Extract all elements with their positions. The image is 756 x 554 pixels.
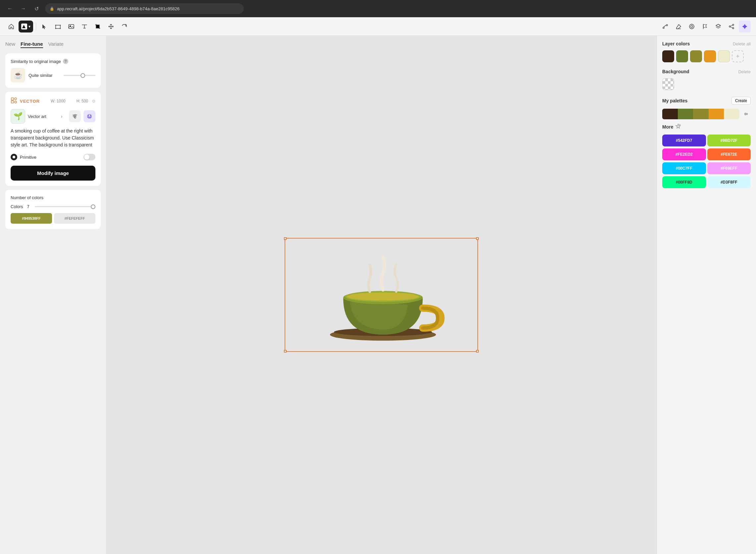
text-tool[interactable]: [78, 20, 91, 33]
tab-new[interactable]: New: [5, 41, 15, 48]
selection-tool[interactable]: [39, 20, 51, 33]
color-pair-2: #FE2ED2 #FE672E: [662, 149, 751, 160]
right-panel: Layer colors Delete all + Background Del…: [657, 36, 756, 554]
tab-variate[interactable]: Variate: [48, 41, 64, 48]
palette-seg-5: [724, 109, 740, 119]
ai-tool[interactable]: [739, 20, 751, 33]
rectangle-tool[interactable]: [52, 20, 64, 33]
svg-rect-19: [11, 98, 14, 100]
layer-swatch-1[interactable]: [662, 50, 674, 62]
layer-swatch-3[interactable]: [690, 50, 702, 62]
more-title: More: [662, 124, 673, 129]
similarity-value: Quite similar: [28, 73, 60, 78]
colors-slider[interactable]: [35, 206, 96, 207]
corner-br: [476, 350, 479, 352]
address-bar[interactable]: 🔒 app.recraft.ai/project/6da2b537-8649-4…: [45, 3, 244, 14]
color-pill-2b[interactable]: #FE672E: [707, 149, 751, 160]
logo-dropdown[interactable]: ▾: [18, 20, 33, 33]
add-color-button[interactable]: +: [732, 50, 744, 62]
vector-style-row: 🌱 Vector art ›: [11, 109, 96, 124]
my-palettes-header: My palettes Create: [662, 97, 751, 105]
help-icon[interactable]: ?: [63, 59, 68, 64]
similarity-slider-thumb: [80, 73, 85, 78]
style-name: Vector art: [28, 114, 54, 119]
flag-tool[interactable]: [699, 20, 711, 33]
transform-tool[interactable]: [118, 20, 130, 33]
color-pill-3a[interactable]: #00C7FF: [662, 162, 706, 174]
corner-tr: [476, 237, 479, 240]
color-pill-1b[interactable]: #9BD72F: [707, 134, 751, 147]
move-tool[interactable]: [105, 20, 117, 33]
vector-icon: [11, 97, 17, 105]
tab-finetune[interactable]: Fine-tune: [20, 41, 43, 48]
share-tool[interactable]: [725, 20, 738, 33]
forward-button[interactable]: →: [18, 4, 28, 13]
svg-point-39: [745, 114, 746, 115]
similarity-card: Similarity to original image ? ☕ Quite s…: [5, 53, 101, 88]
vector-card: VECTOR W: 1000 H: 500 ⊙ 🌱 Vector art ›: [5, 92, 101, 186]
clock-icon: ⊙: [92, 99, 96, 103]
home-button[interactable]: [5, 20, 17, 33]
palette-seg-2: [678, 109, 693, 119]
modify-image-button[interactable]: Modify image: [11, 166, 96, 180]
color-pill-1a[interactable]: #542FD7: [662, 134, 706, 147]
background-delete-button[interactable]: Delete: [738, 69, 751, 74]
lock-icon: 🔒: [50, 7, 54, 11]
prompt-text: A smoking cup of coffee at the right wit…: [11, 127, 96, 149]
color-pair-1: #542FD7 #9BD72F: [662, 134, 751, 147]
svg-point-4: [55, 28, 56, 29]
svg-point-27: [88, 115, 89, 116]
palette-edit-button[interactable]: [742, 109, 751, 119]
color-chip-1[interactable]: #949538FF: [11, 213, 52, 224]
primitive-toggle[interactable]: [83, 154, 96, 160]
svg-point-2: [55, 24, 56, 25]
coffee-illustration: [285, 238, 477, 351]
palette-seg-3: [693, 109, 709, 119]
tune-button[interactable]: [69, 110, 81, 122]
pen-tool[interactable]: [686, 20, 698, 33]
similarity-slider[interactable]: [64, 75, 96, 76]
colors-row: Colors 7: [11, 204, 96, 209]
eraser-tool[interactable]: [673, 20, 685, 33]
image-tool[interactable]: [65, 20, 77, 33]
layer-swatch-4[interactable]: [704, 50, 716, 62]
more-icon[interactable]: [675, 123, 681, 130]
curve-tool[interactable]: [659, 20, 671, 33]
svg-point-37: [745, 113, 746, 114]
color-pill-4b[interactable]: #D3F8FF: [707, 176, 751, 188]
delete-all-button[interactable]: Delete all: [733, 42, 751, 46]
layer-swatch-2[interactable]: [676, 50, 688, 62]
svg-point-24: [73, 116, 74, 117]
svg-point-13: [691, 29, 692, 29]
svg-point-15: [694, 26, 694, 27]
svg-point-31: [90, 117, 91, 118]
panel-tabs: New Fine-tune Variate: [5, 41, 101, 48]
dot-icon: [11, 154, 17, 160]
layer-tool[interactable]: [712, 20, 724, 33]
layer-swatch-5[interactable]: [718, 50, 730, 62]
color-pair-3: #00C7FF #F69EFF: [662, 162, 751, 174]
background-swatch[interactable]: [662, 78, 674, 90]
svg-point-38: [746, 114, 747, 115]
colors-card: Number of colors Colors 7 #949538FF #FEF…: [5, 190, 101, 229]
svg-rect-1: [56, 25, 60, 29]
refresh-button[interactable]: ↺: [32, 4, 41, 13]
back-button[interactable]: ←: [5, 4, 14, 13]
crop-tool[interactable]: [92, 20, 104, 33]
color-palette-button[interactable]: [83, 110, 96, 122]
svg-point-16: [733, 24, 734, 25]
palette-colors[interactable]: [662, 109, 740, 119]
chevron-right-icon[interactable]: ›: [57, 112, 66, 121]
more-header: More: [662, 123, 751, 130]
create-palette-button[interactable]: Create: [732, 97, 751, 105]
colors-title: Number of colors: [11, 195, 96, 200]
my-palettes-title: My palettes: [662, 98, 687, 103]
color-chip-2[interactable]: #FEFEFEFF: [54, 213, 96, 224]
similarity-label: Similarity to original image ?: [11, 59, 96, 64]
color-pill-4a[interactable]: #00FF8D: [662, 176, 706, 188]
color-pill-3b[interactable]: #F69EFF: [707, 162, 751, 174]
background-header: Background Delete: [662, 69, 751, 74]
canvas-area[interactable]: [285, 238, 478, 352]
main-toolbar: ▾: [0, 17, 756, 36]
color-pill-2a[interactable]: #FE2ED2: [662, 149, 706, 160]
